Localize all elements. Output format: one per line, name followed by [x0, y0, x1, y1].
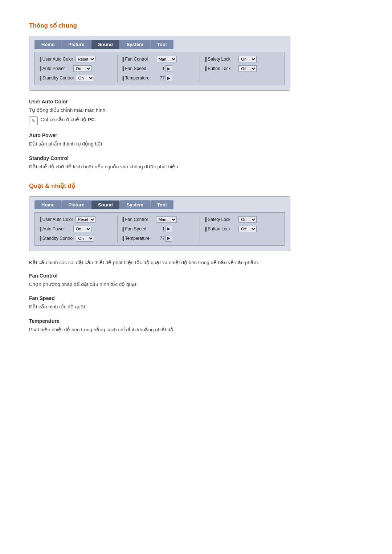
control-fan-speed-2[interactable]: 1 ▶ — [156, 226, 172, 232]
label-standby-control-2: Standby Control — [38, 236, 74, 241]
control-standby-control-2[interactable]: On Off — [76, 235, 94, 242]
content-temperature: Temperature Phát hiện nhiệt độ bên trong… — [29, 318, 363, 333]
label-safety-lock-2: Safety Lock — [204, 217, 236, 222]
value-temperature-1: 77 — [156, 75, 165, 81]
osd-row-button-lock-2: Button Lock Off On — [204, 225, 281, 233]
desc-fan-control: Chọn phương pháp để đặt cấu hình tốc độ … — [29, 281, 363, 288]
osd-row-fan-control-1: Fan Control Man... Auto — [121, 55, 199, 63]
control-temperature-2[interactable]: 77 ▶ — [156, 235, 172, 242]
heading-fan-control: Fan Control — [29, 273, 363, 279]
control-standby-control-1[interactable]: On Off — [76, 75, 94, 81]
control-user-auto-color-1[interactable]: Reset — [75, 56, 95, 62]
arrow-temperature-1[interactable]: ▶ — [166, 75, 172, 81]
control-button-lock-1[interactable]: Off On — [238, 65, 257, 72]
label-button-lock-2: Button Lock — [204, 226, 236, 231]
label-fan-control-1: Fan Control — [121, 57, 154, 62]
osd-row-fan-control-2: Fan Control Man... Auto — [121, 216, 199, 223]
osd-row-fan-speed-1: Fan Speed 1 ▶ — [121, 65, 199, 73]
label-fan-control-2: Fan Control — [121, 217, 154, 222]
select-safety-lock-2[interactable]: On Off — [238, 216, 257, 223]
control-user-auto-color-2[interactable]: Reset — [75, 216, 95, 223]
osd-row-user-auto-color-2: User Auto Color Reset — [38, 216, 116, 223]
osd-row-safety-lock-1: Safety Lock On Off — [204, 55, 281, 63]
content-fan-control: Fan Control Chọn phương pháp để đặt cấu … — [29, 273, 363, 288]
osd-row-auto-power-2: Auto Power On Off — [38, 225, 116, 233]
osd-col2-1: Fan Control Man... Auto Fan Speed 1 ▶ — [117, 55, 199, 82]
select-button-lock-2[interactable]: Off On — [238, 226, 257, 232]
arrow-fan-speed-1[interactable]: ▶ — [166, 65, 172, 72]
heading-fan-speed: Fan Speed — [29, 295, 363, 301]
control-safety-lock-2[interactable]: On Off — [238, 216, 257, 223]
value-fan-speed-1: 1 — [156, 66, 165, 71]
desc-temperature: Phát hiện nhiệt độ bên trong bằng cách c… — [29, 326, 363, 333]
control-button-lock-2[interactable]: Off On — [238, 226, 257, 232]
note-icon-user-auto-color: ✎ — [29, 116, 38, 125]
label-standby-control-1: Standby Control — [38, 75, 74, 81]
osd-row-user-auto-color-1: User Auto Color Reset — [38, 55, 116, 63]
select-safety-lock-1[interactable]: On Off — [238, 56, 257, 62]
osd-col1-2: User Auto Color Reset Auto Power On Off — [38, 216, 116, 242]
osd-row-standby-control-1: Standby Control On Off — [38, 74, 116, 82]
osd-body-1: User Auto Color Reset Auto Power On Off — [34, 52, 285, 85]
control-fan-control-1[interactable]: Man... Auto — [156, 56, 177, 62]
osd-tabs-2: Home Picture Sound System Tool — [34, 200, 285, 209]
osd-row-auto-power-1: Auto Power On Off — [38, 65, 116, 73]
osd-col3-2: Safety Lock On Off Button Lock Off On — [200, 216, 281, 242]
tab-system-1[interactable]: System — [120, 40, 150, 49]
osd-row-temperature-1: Temperature 77 ▶ — [121, 74, 199, 82]
control-auto-power-1[interactable]: On Off — [73, 65, 91, 72]
desc-user-auto-color: Tự động điều chỉnh màu màn hình. — [29, 107, 363, 114]
select-auto-power-1[interactable]: On Off — [73, 65, 91, 72]
section2-intro: Đặt cấu hình các cài đặt cần thiết để ph… — [29, 259, 363, 266]
select-standby-control-2[interactable]: On Off — [76, 235, 94, 242]
tab-system-2[interactable]: System — [120, 200, 150, 209]
heading-temperature: Temperature — [29, 318, 363, 324]
osd-col3-1: Safety Lock On Off Button Lock Off On — [200, 55, 281, 82]
tab-tool-2[interactable]: Tool — [150, 200, 173, 209]
control-temperature-1[interactable]: 77 ▶ — [156, 75, 172, 81]
control-auto-power-2[interactable]: On Off — [73, 226, 91, 232]
value-temperature-2: 77 — [156, 236, 165, 241]
value-fan-speed-2: 1 — [156, 226, 165, 231]
heading-standby-control: Standby Control — [29, 155, 363, 161]
select-standby-control-1[interactable]: On Off — [76, 75, 94, 81]
select-button-lock-1[interactable]: Off On — [238, 65, 257, 72]
label-button-lock-1: Button Lock — [204, 66, 236, 71]
tab-sound-1[interactable]: Sound — [91, 40, 119, 49]
select-user-auto-color-1[interactable]: Reset — [75, 56, 95, 62]
tab-picture-1[interactable]: Picture — [61, 40, 91, 49]
osd-row-standby-control-2: Standby Control On Off — [38, 234, 116, 242]
label-fan-speed-2: Fan Speed — [121, 226, 154, 231]
select-auto-power-2[interactable]: On Off — [73, 226, 91, 232]
desc-auto-power: Đặt sản phẩm thành tự động bật. — [29, 140, 363, 148]
control-fan-speed-1[interactable]: 1 ▶ — [156, 65, 172, 72]
select-fan-control-2[interactable]: Man... Auto — [156, 216, 177, 223]
control-safety-lock-1[interactable]: On Off — [238, 56, 257, 62]
osd-tabs-1: Home Picture Sound System Tool — [34, 40, 285, 49]
select-fan-control-1[interactable]: Man... Auto — [156, 56, 177, 62]
content-auto-power: Auto Power Đặt sản phẩm thành tự động bậ… — [29, 132, 363, 148]
osd-body-2: User Auto Color Reset Auto Power On Off — [34, 212, 285, 246]
osd-col1-1: User Auto Color Reset Auto Power On Off — [38, 55, 116, 82]
label-temperature-1: Temperature — [121, 75, 154, 81]
section1-title: Thông số chung — [29, 22, 363, 29]
desc-standby-control: Đặt chế độ chờ để kích hoạt nếu nguồn và… — [29, 163, 363, 171]
label-auto-power-1: Auto Power — [38, 66, 71, 71]
content-standby-control: Standby Control Đặt chế độ chờ để kích h… — [29, 155, 363, 171]
label-fan-speed-1: Fan Speed — [121, 66, 154, 71]
content-fan-speed: Fan Speed Đặt cấu hình tốc độ quạt. — [29, 295, 363, 311]
osd-row-safety-lock-2: Safety Lock On Off — [204, 216, 281, 223]
select-user-auto-color-2[interactable]: Reset — [75, 216, 95, 223]
note-text-user-auto-color: Chỉ có sẵn ở chế độ PC. — [41, 116, 96, 123]
arrow-temperature-2[interactable]: ▶ — [166, 235, 172, 242]
tab-picture-2[interactable]: Picture — [61, 200, 91, 209]
tab-tool-1[interactable]: Tool — [150, 40, 173, 49]
tab-sound-2[interactable]: Sound — [91, 200, 119, 209]
arrow-fan-speed-2[interactable]: ▶ — [166, 226, 172, 232]
control-fan-control-2[interactable]: Man... Auto — [156, 216, 177, 223]
label-auto-power-2: Auto Power — [38, 226, 71, 231]
label-user-auto-color-1: User Auto Color — [38, 57, 73, 62]
label-user-auto-color-2: User Auto Color — [38, 217, 73, 222]
tab-home-2[interactable]: Home — [34, 200, 61, 209]
tab-home-1[interactable]: Home — [34, 40, 61, 49]
